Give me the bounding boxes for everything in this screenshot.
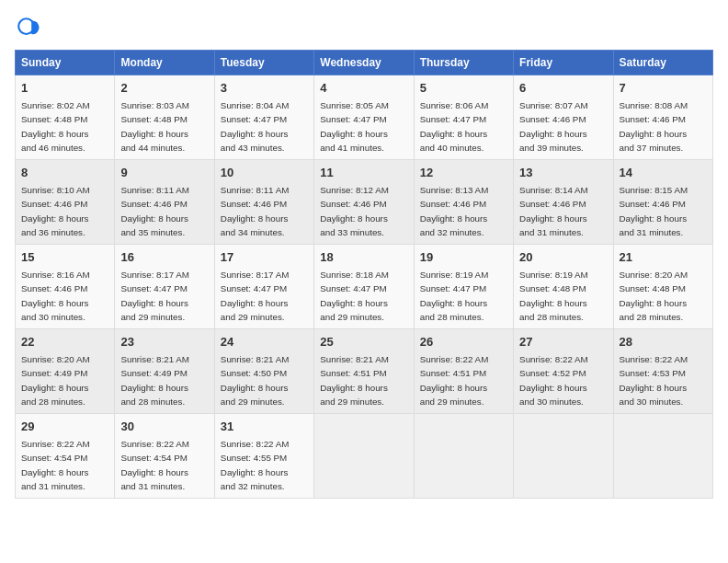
calendar-cell: 5 Sunrise: 8:06 AMSunset: 4:47 PMDayligh… [414,75,513,160]
calendar-cell: 16 Sunrise: 8:17 AMSunset: 4:47 PMDaylig… [115,245,214,329]
calendar-cell: 15 Sunrise: 8:16 AMSunset: 4:46 PMDaylig… [16,245,115,329]
day-number: 29 [21,419,108,435]
day-info: Sunrise: 8:08 AMSunset: 4:46 PMDaylight:… [620,100,688,153]
day-header-monday: Monday [115,51,214,75]
day-info: Sunrise: 8:20 AMSunset: 4:48 PMDaylight:… [620,270,688,322]
day-info: Sunrise: 8:22 AMSunset: 4:51 PMDaylight:… [420,354,489,407]
day-info: Sunrise: 8:02 AMSunset: 4:48 PMDaylight:… [21,100,90,153]
day-info: Sunrise: 8:20 AMSunset: 4:49 PMDaylight:… [21,354,90,407]
calendar-cell: 20 Sunrise: 8:19 AMSunset: 4:48 PMDaylig… [514,245,613,329]
calendar-week-row: 8 Sunrise: 8:10 AMSunset: 4:46 PMDayligh… [16,160,713,245]
day-header-sunday: Sunday [16,51,115,75]
day-number: 19 [420,249,507,266]
calendar-cell: 9 Sunrise: 8:11 AMSunset: 4:46 PMDayligh… [115,160,214,245]
calendar-cell: 31 Sunrise: 8:22 AMSunset: 4:55 PMDaylig… [214,414,313,499]
day-info: Sunrise: 8:06 AMSunset: 4:47 PMDaylight:… [420,100,489,153]
day-header-tuesday: Tuesday [214,51,313,75]
calendar-week-row: 1 Sunrise: 8:02 AMSunset: 4:48 PMDayligh… [16,75,713,160]
day-header-wednesday: Wednesday [314,51,414,75]
calendar-cell: 25 Sunrise: 8:21 AMSunset: 4:51 PMDaylig… [314,329,414,414]
logo [15,15,44,40]
day-info: Sunrise: 8:17 AMSunset: 4:47 PMDaylight:… [120,270,189,322]
calendar-cell: 19 Sunrise: 8:19 AMSunset: 4:47 PMDaylig… [414,245,513,329]
calendar-table: SundayMondayTuesdayWednesdayThursdayFrid… [15,50,713,499]
day-number: 10 [221,165,308,181]
calendar-cell: 23 Sunrise: 8:21 AMSunset: 4:49 PMDaylig… [115,329,214,414]
day-info: Sunrise: 8:13 AMSunset: 4:46 PMDaylight:… [420,185,489,237]
day-number: 26 [420,334,507,350]
calendar-cell: 26 Sunrise: 8:22 AMSunset: 4:51 PMDaylig… [414,329,513,414]
calendar-cell: 12 Sunrise: 8:13 AMSunset: 4:46 PMDaylig… [414,160,513,245]
calendar-cell: 17 Sunrise: 8:17 AMSunset: 4:47 PMDaylig… [214,245,313,329]
day-number: 9 [120,165,208,181]
day-info: Sunrise: 8:11 AMSunset: 4:46 PMDaylight:… [221,185,290,237]
calendar-body: 1 Sunrise: 8:02 AMSunset: 4:48 PMDayligh… [16,75,713,499]
day-info: Sunrise: 8:03 AMSunset: 4:48 PMDaylight:… [120,100,189,153]
day-number: 16 [120,249,208,266]
day-number: 6 [519,80,607,97]
calendar-week-row: 15 Sunrise: 8:16 AMSunset: 4:46 PMDaylig… [16,245,713,329]
calendar-week-row: 22 Sunrise: 8:20 AMSunset: 4:49 PMDaylig… [16,329,713,414]
day-info: Sunrise: 8:16 AMSunset: 4:46 PMDaylight:… [21,270,90,322]
day-number: 3 [221,80,308,97]
day-number: 21 [620,249,707,266]
calendar-cell: 10 Sunrise: 8:11 AMSunset: 4:46 PMDaylig… [214,160,313,245]
calendar-cell: 2 Sunrise: 8:03 AMSunset: 4:48 PMDayligh… [115,75,214,160]
day-info: Sunrise: 8:21 AMSunset: 4:49 PMDaylight:… [120,354,189,407]
logo-icon [15,15,40,40]
calendar-cell: 21 Sunrise: 8:20 AMSunset: 4:48 PMDaylig… [613,245,712,329]
day-header-thursday: Thursday [414,51,513,75]
day-info: Sunrise: 8:22 AMSunset: 4:55 PMDaylight:… [221,439,290,491]
day-info: Sunrise: 8:19 AMSunset: 4:48 PMDaylight:… [519,270,588,322]
day-header-friday: Friday [514,51,613,75]
calendar-cell [314,414,414,499]
day-info: Sunrise: 8:05 AMSunset: 4:47 PMDaylight:… [320,100,389,153]
day-info: Sunrise: 8:18 AMSunset: 4:47 PMDaylight:… [320,270,389,322]
calendar-cell: 6 Sunrise: 8:07 AMSunset: 4:46 PMDayligh… [514,75,613,160]
day-number: 11 [320,165,407,181]
day-info: Sunrise: 8:14 AMSunset: 4:46 PMDaylight:… [519,185,588,237]
calendar-cell: 1 Sunrise: 8:02 AMSunset: 4:48 PMDayligh… [16,75,115,160]
calendar-cell: 7 Sunrise: 8:08 AMSunset: 4:46 PMDayligh… [613,75,712,160]
calendar-cell: 3 Sunrise: 8:04 AMSunset: 4:47 PMDayligh… [214,75,313,160]
calendar-cell: 27 Sunrise: 8:22 AMSunset: 4:52 PMDaylig… [514,329,613,414]
day-number: 30 [120,419,208,435]
calendar-cell: 30 Sunrise: 8:22 AMSunset: 4:54 PMDaylig… [115,414,214,499]
calendar-cell: 28 Sunrise: 8:22 AMSunset: 4:53 PMDaylig… [613,329,712,414]
day-number: 17 [221,249,308,266]
calendar-cell [414,414,513,499]
day-info: Sunrise: 8:15 AMSunset: 4:46 PMDaylight:… [620,185,688,237]
calendar-cell [613,414,712,499]
day-number: 27 [519,334,607,350]
calendar-cell: 8 Sunrise: 8:10 AMSunset: 4:46 PMDayligh… [16,160,115,245]
calendar-cell: 29 Sunrise: 8:22 AMSunset: 4:54 PMDaylig… [16,414,115,499]
day-number: 4 [320,80,407,97]
calendar-week-row: 29 Sunrise: 8:22 AMSunset: 4:54 PMDaylig… [16,414,713,499]
day-info: Sunrise: 8:10 AMSunset: 4:46 PMDaylight:… [21,185,90,237]
day-info: Sunrise: 8:17 AMSunset: 4:47 PMDaylight:… [221,270,290,322]
day-number: 22 [21,334,108,350]
day-number: 15 [21,249,108,266]
day-info: Sunrise: 8:12 AMSunset: 4:46 PMDaylight:… [320,185,389,237]
day-number: 2 [120,80,208,97]
calendar-cell: 14 Sunrise: 8:15 AMSunset: 4:46 PMDaylig… [613,160,712,245]
day-number: 7 [620,80,707,97]
day-number: 8 [21,165,108,181]
day-info: Sunrise: 8:22 AMSunset: 4:54 PMDaylight:… [21,439,90,491]
calendar-cell [514,414,613,499]
day-info: Sunrise: 8:22 AMSunset: 4:54 PMDaylight:… [120,439,189,491]
day-number: 12 [420,165,507,181]
calendar-cell: 22 Sunrise: 8:20 AMSunset: 4:49 PMDaylig… [16,329,115,414]
calendar-header-row: SundayMondayTuesdayWednesdayThursdayFrid… [16,51,713,75]
day-number: 28 [620,334,707,350]
day-header-saturday: Saturday [613,51,712,75]
day-number: 18 [320,249,407,266]
day-number: 5 [420,80,507,97]
day-info: Sunrise: 8:19 AMSunset: 4:47 PMDaylight:… [420,270,489,322]
day-number: 20 [519,249,607,266]
day-number: 31 [221,419,308,435]
day-info: Sunrise: 8:11 AMSunset: 4:46 PMDaylight:… [120,185,189,237]
calendar-cell: 4 Sunrise: 8:05 AMSunset: 4:47 PMDayligh… [314,75,414,160]
calendar-cell: 24 Sunrise: 8:21 AMSunset: 4:50 PMDaylig… [214,329,313,414]
day-number: 24 [221,334,308,350]
